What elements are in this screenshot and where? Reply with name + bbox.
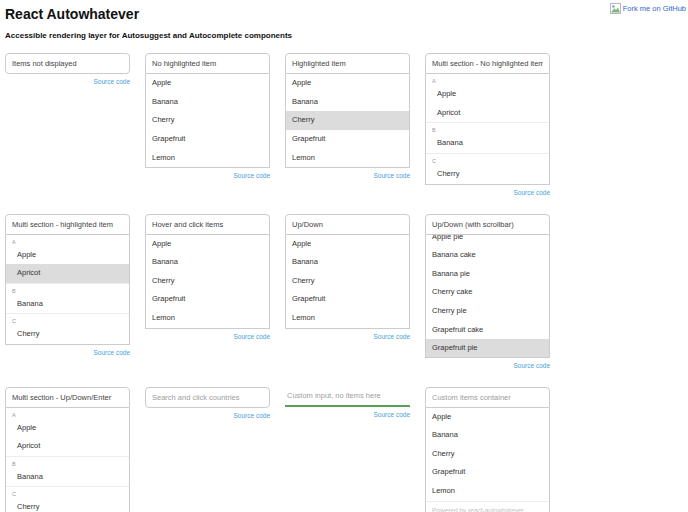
no-highlighted-item-input[interactable] [145, 53, 270, 74]
demo-panel-up-down: AppleBananaCherryGrapefruitLemonSource c… [285, 214, 410, 340]
custom-items-container-items-container: AppleBananaCherryGrapefruitLemonPowered … [425, 408, 550, 512]
item[interactable]: Apricot [426, 104, 549, 123]
section-title: B [6, 457, 129, 468]
demo-panel-custom-input-no-items-here: Source code [285, 387, 410, 418]
demo-panel-hover-and-click-items: AppleBananaCherryGrapefruitLemonSource c… [145, 214, 270, 340]
item[interactable]: Apple [286, 74, 409, 93]
highlighted-item-input[interactable] [285, 53, 410, 74]
item[interactable]: Lemon [286, 149, 409, 168]
section-A: AAppleApricot [6, 235, 129, 283]
item[interactable]: Apple [146, 235, 269, 254]
up-down-with-scrollbar-items-container: Apple pieBanana cakeBanana pieCherry cak… [425, 235, 550, 358]
item[interactable]: Grapefruit cake [426, 321, 549, 340]
fork-me-label: Fork me on GitHub [623, 4, 686, 13]
item[interactable]: Cherry [6, 498, 129, 512]
up-down-with-scrollbar-input[interactable] [425, 214, 550, 235]
custom-input-no-items-here-input[interactable] [285, 387, 410, 407]
item[interactable]: Grapefruit [426, 463, 549, 482]
item[interactable]: Apple pie [426, 235, 549, 247]
item[interactable]: Cherry [146, 111, 269, 130]
item[interactable]: Banana [6, 468, 129, 487]
section-A: AAppleApricot [6, 408, 129, 456]
hover-and-click-items-items-container: AppleBananaCherryGrapefruitLemon [145, 235, 270, 329]
multi-section-up-down-enter-items-container: AAppleApricotBBananaCCherry [5, 408, 130, 512]
item[interactable]: Cherry [426, 445, 549, 464]
item[interactable]: Banana cake [426, 246, 549, 265]
item[interactable]: Banana [286, 253, 409, 272]
source-code-link[interactable]: Source code [285, 411, 410, 418]
item[interactable]: Banana [286, 93, 409, 112]
up-down-items-container: AppleBananaCherryGrapefruitLemon [285, 235, 410, 329]
demo-panel-custom-items-container: AppleBananaCherryGrapefruitLemonPowered … [425, 387, 550, 512]
source-code-link[interactable]: Source code [5, 78, 130, 85]
multi-section-highlighted-item-items-container: AAppleApricotBBananaCCherry [5, 235, 130, 346]
item[interactable]: Cherry [286, 272, 409, 291]
item[interactable]: Apple [146, 74, 269, 93]
source-code-link[interactable]: Source code [425, 189, 550, 196]
item[interactable]: Banana [426, 426, 549, 445]
highlighted-item[interactable]: Grapefruit pie [426, 339, 549, 357]
source-code-link[interactable]: Source code [145, 412, 270, 419]
custom-items-container-input[interactable] [425, 387, 550, 408]
item[interactable]: Apple [426, 408, 549, 427]
source-code-link[interactable]: Source code [285, 333, 410, 340]
item[interactable]: Apple [426, 85, 549, 104]
up-down-input[interactable] [285, 214, 410, 235]
item[interactable]: Banana pie [426, 265, 549, 284]
section-title: C [6, 487, 129, 498]
item[interactable]: Lemon [286, 309, 409, 328]
item[interactable]: Banana [6, 295, 129, 314]
source-code-link[interactable]: Source code [285, 172, 410, 179]
page-title: React Autowhatever [5, 6, 688, 22]
item[interactable]: Cherry [6, 325, 129, 344]
item[interactable]: Grapefruit [286, 290, 409, 309]
item[interactable]: Lemon [146, 149, 269, 168]
item[interactable]: Cherry [146, 272, 269, 291]
item[interactable]: Grapefruit [286, 130, 409, 149]
source-code-link[interactable]: Source code [425, 362, 550, 369]
item[interactable]: Grapefruit [146, 290, 269, 309]
hover-and-click-items-input[interactable] [145, 214, 270, 235]
section-title: A [6, 408, 129, 419]
page: React Autowhatever Accessible rendering … [0, 0, 688, 512]
demo-panel-multi-section-up-down-enter: AAppleApricotBBananaCCherrySource code [5, 387, 130, 512]
source-code-link[interactable]: Source code [145, 172, 270, 179]
highlighted-item[interactable]: Cherry [286, 111, 409, 130]
highlighted-item-items-container: AppleBananaCherryGrapefruitLemon [285, 74, 410, 168]
item[interactable]: Banana [146, 93, 269, 112]
section-title: A [6, 235, 129, 246]
item[interactable]: Grapefruit [146, 130, 269, 149]
search-and-click-countries-input[interactable] [145, 387, 270, 408]
item[interactable]: Lemon [146, 309, 269, 328]
section-A: AAppleApricot [426, 74, 549, 122]
item[interactable]: Lemon [426, 482, 549, 501]
item[interactable]: Cherry cake [426, 283, 549, 302]
demo-panel-multi-section-no-highlighted-item: AAppleApricotBBananaCCherrySource code [425, 53, 550, 196]
section-B: BBanana [6, 456, 129, 487]
item[interactable]: Banana [146, 253, 269, 272]
section-C: CCherry [6, 313, 129, 344]
item[interactable]: Banana [426, 134, 549, 153]
item[interactable]: Apricot [6, 437, 129, 456]
multi-section-no-highlighted-item-input[interactable] [425, 53, 550, 74]
section-C: CCherry [6, 486, 129, 512]
broken-image-icon [610, 3, 621, 14]
multi-section-highlighted-item-input[interactable] [5, 214, 130, 235]
section-C: CCherry [426, 153, 549, 184]
demo-panel-highlighted-item: AppleBananaCherryGrapefruitLemonSource c… [285, 53, 410, 179]
source-code-link[interactable]: Source code [145, 333, 270, 340]
item[interactable]: Cherry pie [426, 302, 549, 321]
section-title: A [426, 74, 549, 85]
source-code-link[interactable]: Source code [5, 349, 130, 356]
item[interactable]: Apple [286, 235, 409, 254]
demo-grid: Source codeAppleBananaCherryGrapefruitLe… [5, 53, 688, 512]
section-B: BBanana [426, 122, 549, 153]
items-not-displayed-input[interactable] [5, 53, 130, 74]
item[interactable]: Cherry [426, 165, 549, 184]
item[interactable]: Apple [6, 419, 129, 438]
highlighted-item[interactable]: Apricot [6, 264, 129, 283]
fork-me-on-github-link[interactable]: Fork me on GitHub [610, 3, 686, 14]
item[interactable]: Apple [6, 246, 129, 265]
section-title: B [6, 284, 129, 295]
multi-section-up-down-enter-input[interactable] [5, 387, 130, 408]
